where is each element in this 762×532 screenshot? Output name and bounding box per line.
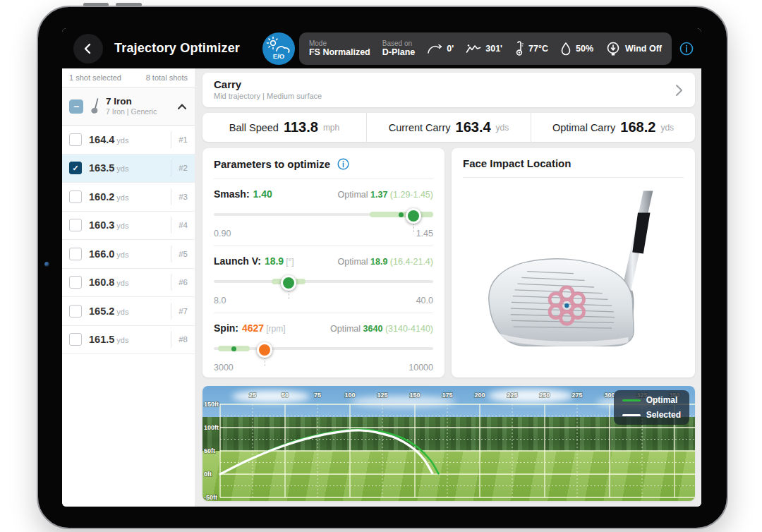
face-impact-card: Face Impact Location (452, 148, 695, 377)
tablet-frame: Trajectory Optimizer E/O Mode FS Normali… (37, 6, 728, 529)
slider-max-label: 10000 (409, 363, 433, 373)
handle-tick (413, 223, 414, 232)
svg-text:125: 125 (377, 392, 387, 399)
optimal-marker-dot (231, 346, 236, 351)
volume-button (83, 3, 109, 6)
thermometer-icon (514, 41, 524, 56)
svg-text:75: 75 (314, 392, 321, 399)
back-button[interactable] (73, 34, 103, 64)
slider-handle[interactable] (406, 208, 421, 224)
svg-text:E/O: E/O (273, 52, 284, 60)
svg-text:50: 50 (282, 392, 289, 399)
humidity-readout: 50% (560, 42, 593, 56)
parameters-title: Parameters to optimize (214, 158, 330, 170)
environment-optimizer-button[interactable]: E/O (262, 32, 295, 65)
spin-parameter: Spin: 4627 [rpm] Optimal 3640 (3140-4140… (214, 313, 433, 380)
club-group-header[interactable]: 7 Iron 7 Iron | Generic (62, 87, 195, 126)
launch-slider[interactable] (214, 273, 433, 294)
shot-row[interactable]: 164.4yds #1 (62, 126, 195, 155)
chevron-left-icon (82, 42, 95, 55)
svg-text:150: 150 (409, 392, 420, 399)
svg-text:100: 100 (344, 392, 355, 399)
smash-slider[interactable] (214, 206, 433, 227)
shot-checkbox[interactable] (69, 219, 82, 231)
shot-checkbox[interactable] (69, 276, 82, 289)
shot-row[interactable]: 160.8yds #6 (62, 269, 195, 298)
slider-min-label: 3000 (214, 363, 234, 373)
chevron-right-icon[interactable] (674, 83, 684, 97)
screenshot-stage: Trajectory Optimizer E/O Mode FS Normali… (0, 0, 762, 532)
shot-row[interactable]: 163.5yds #2 (62, 155, 195, 183)
elevation-readout: 301' (466, 43, 502, 54)
club-name: 7 Iron (106, 96, 157, 107)
club-detail: 7 Iron | Generic (106, 107, 157, 116)
shot-row[interactable]: 160.3yds #4 (62, 212, 195, 241)
slider-min-label: 8.0 (214, 296, 226, 306)
carry-subtitle: Mid trajectory | Medium surface (214, 92, 322, 102)
wind-readout: Wind Off (605, 41, 662, 56)
shot-checkbox[interactable] (69, 162, 82, 174)
carry-title: Carry (214, 78, 322, 92)
stats-bar: Ball Speed 113.8 mph Current Carry 163.4… (202, 113, 695, 142)
shot-checkbox[interactable] (69, 191, 82, 203)
svg-text:175: 175 (442, 392, 452, 399)
shot-checkbox[interactable] (69, 248, 82, 260)
svg-text:200: 200 (474, 392, 485, 399)
carry-header-card[interactable]: Carry Mid trajectory | Medium surface (202, 73, 695, 107)
svg-text:225: 225 (507, 392, 517, 399)
info-button[interactable] (679, 41, 694, 56)
humidity-drop-icon (560, 42, 572, 56)
slider-track[interactable] (214, 280, 433, 283)
chart-legend: Optimal Selected (614, 390, 689, 425)
handle-tick (265, 357, 265, 366)
based-on-readout: Based on D-Plane (382, 40, 416, 58)
svg-text:25: 25 (249, 392, 256, 399)
volume-button (116, 3, 142, 6)
group-checkbox-indeterminate-icon[interactable] (69, 99, 83, 114)
shot-row[interactable]: 161.5yds #8 (62, 326, 195, 355)
optimal-line-swatch (622, 399, 641, 401)
svg-text:50ft: 50ft (204, 447, 215, 454)
main-content: Carry Mid trajectory | Medium surface Ba… (195, 68, 701, 507)
shot-row[interactable]: 165.2yds #7 (62, 297, 195, 326)
legend-optimal: Optimal (622, 395, 681, 405)
optimal-carry-stat: Optimal Carry 168.2 yds (531, 113, 695, 142)
optimal-marker-dot (399, 212, 404, 217)
current-carry-stat: Current Carry 163.4 yds (366, 113, 531, 142)
handle-tick (289, 290, 289, 299)
shaft-band (632, 212, 650, 253)
trajectory-chart: 2550751001251501752002252502753003253501… (202, 386, 695, 501)
elevation-mountain-icon (466, 43, 481, 54)
shot-checkbox[interactable] (69, 333, 82, 346)
info-circle-icon[interactable] (337, 157, 350, 171)
parameters-card: Parameters to optimize Smash: 1.40 Optim… (202, 148, 445, 377)
shot-checkbox[interactable] (69, 133, 82, 146)
shot-list-sidebar: 1 shot selected 8 total shots 7 Iron 7 I… (62, 68, 195, 507)
slider-handle[interactable] (281, 275, 296, 291)
mode-readout: Mode FS Normalized (309, 40, 370, 58)
golf-club-icon (89, 98, 100, 115)
shot-list-summary: 1 shot selected 8 total shots (62, 68, 195, 87)
shot-row[interactable]: 166.0yds #5 (62, 240, 195, 269)
legend-selected: Selected (622, 410, 681, 420)
info-circle-icon (679, 41, 694, 56)
environment-pill: Mode FS Normalized Based on D-Plane 0' (299, 32, 672, 65)
temperature-readout: 77°C (514, 41, 548, 56)
svg-text:250: 250 (539, 392, 550, 399)
chevron-up-icon[interactable] (176, 102, 188, 111)
shot-checkbox[interactable] (69, 305, 82, 318)
trajectory-arc-icon (427, 42, 442, 55)
smash-parameter: Smash: 1.40 Optimal 1.37 (1.29-1.45) 0.9… (214, 179, 433, 246)
spin-slider[interactable] (214, 340, 433, 361)
slider-min-label: 0.90 (214, 229, 231, 238)
svg-text:150ft: 150ft (204, 401, 219, 408)
iron-club-image (464, 190, 683, 363)
svg-text:275: 275 (572, 392, 582, 399)
slider-max-label: 40.0 (416, 296, 433, 306)
slider-max-label: 1.45 (416, 229, 433, 238)
svg-text:100ft: 100ft (204, 424, 219, 431)
slider-handle[interactable] (257, 342, 272, 358)
launch-parameter: Launch V: 18.9 [°] Optimal 18.9 (16.4-21… (214, 246, 433, 313)
shot-row[interactable]: 160.2yds #3 (62, 183, 195, 212)
impact-center-dot (564, 303, 569, 308)
